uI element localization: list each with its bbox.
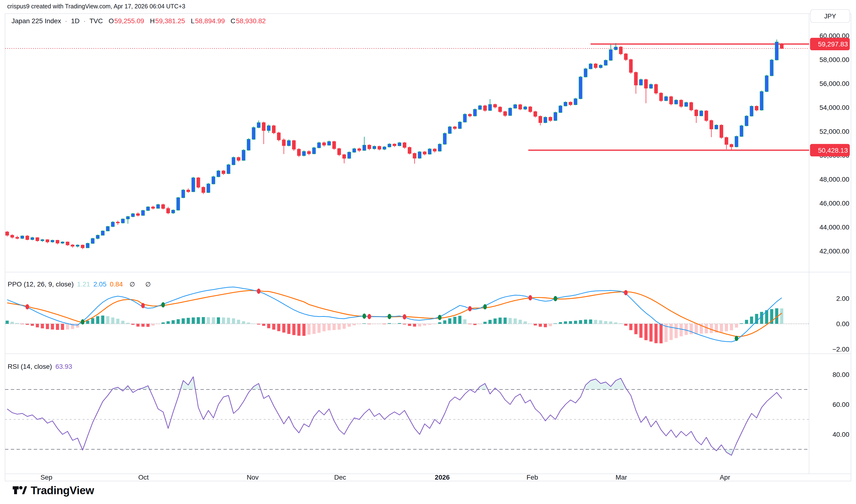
rsi-overbought-fill bbox=[7, 377, 782, 455]
candle bbox=[589, 63, 592, 69]
chart-frame bbox=[5, 14, 851, 481]
ppo-hist-bar bbox=[433, 324, 436, 324]
candle bbox=[705, 110, 708, 122]
candle bbox=[428, 148, 431, 155]
ppo-hist-bar bbox=[126, 323, 129, 324]
ppo-hist-bar bbox=[86, 321, 89, 324]
candle bbox=[458, 121, 461, 129]
time-tick-label: Apr bbox=[720, 474, 730, 481]
candle bbox=[484, 105, 487, 112]
ppo-hist-bar bbox=[619, 323, 623, 324]
candle bbox=[660, 92, 663, 102]
ppo-hist-bar bbox=[247, 323, 250, 324]
candle bbox=[654, 84, 658, 95]
chart-canvas[interactable]: 60,000.0058,000.0056,000.0054,000.0052,0… bbox=[0, 0, 856, 504]
ppo-hist-bar bbox=[146, 324, 150, 327]
ppo-hist-bar bbox=[418, 324, 421, 326]
horizontal-line-drawings[interactable] bbox=[528, 44, 809, 150]
rsi-line bbox=[7, 377, 782, 455]
ppo-hist-bar bbox=[252, 324, 255, 324]
ppo-hist-bar bbox=[614, 322, 617, 324]
candle bbox=[237, 157, 240, 162]
candle bbox=[267, 125, 270, 133]
time-tick-label: Mar bbox=[615, 474, 627, 481]
ppo-legend: PPO (12, 26, 9, close) 1.21 2.05 0.84 ∅ … bbox=[8, 281, 155, 288]
ppo-hist-bar bbox=[192, 318, 195, 324]
price-tick-label: 48,000.00 bbox=[819, 176, 849, 183]
time-tick-label: Feb bbox=[526, 474, 538, 481]
candle bbox=[649, 84, 653, 89]
ppo-hist-bar bbox=[212, 317, 215, 324]
tradingview-logo-text: TradingView bbox=[31, 484, 94, 497]
candle bbox=[569, 102, 572, 106]
candle bbox=[765, 75, 768, 92]
ppo-hist-bar bbox=[202, 317, 205, 324]
ppo-hist-bar bbox=[458, 316, 461, 324]
candle bbox=[509, 107, 512, 116]
ppo-cross-marker bbox=[403, 314, 406, 320]
candle bbox=[665, 96, 668, 101]
time-tick-label: Oct bbox=[138, 474, 149, 481]
candle bbox=[775, 39, 779, 60]
ppo-hist-bar bbox=[760, 312, 763, 324]
ppo-hist-bar bbox=[217, 317, 220, 324]
close-value: 58,930.82 bbox=[236, 17, 266, 25]
candle bbox=[720, 124, 723, 139]
candle bbox=[710, 120, 713, 137]
candle bbox=[504, 111, 507, 117]
ppo-hist-bar bbox=[393, 324, 396, 324]
price-tick-label: 56,000.00 bbox=[819, 80, 849, 87]
ppo-cross-marker bbox=[735, 336, 738, 341]
candle bbox=[418, 151, 421, 159]
ppo-hist-bar bbox=[237, 320, 240, 324]
ppo-hist-bar bbox=[549, 324, 552, 326]
candle bbox=[242, 149, 245, 161]
ppo-hist-bar bbox=[132, 324, 135, 325]
ppo-hist-bar bbox=[403, 324, 406, 325]
currency-button[interactable]: JPY bbox=[810, 10, 850, 22]
ppo-hist-bar bbox=[187, 318, 190, 324]
open-value: 59,255.09 bbox=[114, 17, 144, 25]
tradingview-logo[interactable]: TradingView bbox=[13, 484, 94, 497]
symbol-interval[interactable]: 1D bbox=[71, 17, 80, 25]
candle bbox=[91, 238, 94, 244]
ppo-cross-marker bbox=[25, 304, 29, 309]
ppo-hist-bar bbox=[373, 324, 376, 324]
candle bbox=[197, 177, 200, 188]
candle bbox=[146, 206, 150, 211]
ppo-hist-bar bbox=[544, 324, 547, 327]
candle bbox=[524, 106, 527, 110]
price-tick-label: 46,000.00 bbox=[819, 200, 849, 207]
ppo-hist-bar bbox=[494, 319, 497, 324]
candle bbox=[378, 146, 381, 150]
time-axis[interactable]: SepOctNovDec2026FebMarApr bbox=[40, 474, 730, 481]
ppo-hist-bar bbox=[489, 320, 492, 324]
ppo-hist-bar bbox=[680, 324, 683, 336]
price-tick-label: 58,000.00 bbox=[819, 56, 849, 64]
candle bbox=[473, 109, 477, 116]
null-set-icons[interactable]: ∅ ∅ bbox=[129, 281, 155, 288]
ppo-cross-marker bbox=[161, 302, 165, 307]
ppo-hist-bar bbox=[448, 318, 452, 324]
high-value: 59,381.25 bbox=[155, 17, 185, 25]
price-axis[interactable]: 60,000.0058,000.0056,000.0054,000.0052,0… bbox=[819, 32, 849, 255]
ppo-hist-bar bbox=[66, 324, 69, 329]
candle bbox=[680, 99, 683, 108]
ppo-hist-bar bbox=[36, 324, 39, 327]
legend-separator: · bbox=[65, 17, 68, 25]
ppo-hist-bar bbox=[111, 318, 115, 324]
ppo-hist-bar bbox=[499, 318, 502, 324]
low-value: 58,894.99 bbox=[195, 17, 225, 25]
indicator-axis[interactable]: 2.000.00−2.0080.0060.0040.00 bbox=[832, 295, 849, 438]
candle bbox=[398, 142, 401, 146]
candle bbox=[640, 79, 643, 86]
time-tick-label: 2026 bbox=[435, 474, 450, 481]
candle bbox=[66, 241, 69, 246]
candle bbox=[76, 244, 79, 248]
ppo-hist-bar bbox=[720, 324, 723, 332]
candlestick-series[interactable] bbox=[6, 39, 783, 249]
candle bbox=[529, 106, 532, 113]
candle bbox=[685, 102, 688, 107]
candle bbox=[272, 125, 276, 134]
ppo-hist-bar bbox=[242, 321, 245, 324]
